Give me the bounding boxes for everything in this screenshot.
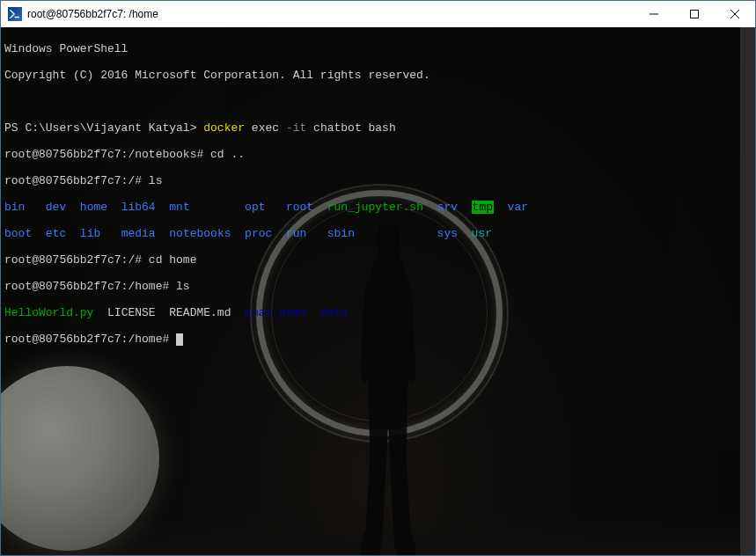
command-line: root@80756bb2f7c7:/home# ls: [4, 280, 752, 293]
dir-entry-sticky: tmp: [472, 201, 494, 214]
dir-entry: mnt: [169, 201, 189, 214]
cmd-ls: ls: [149, 174, 163, 187]
dir-entry: home: [80, 201, 107, 214]
ps-prompt: PS C:\Users\Vijayant Katyal>: [4, 121, 203, 135]
dir-entry: chat_demo: [245, 306, 306, 319]
bash-prompt: root@80756bb2f7c7:/notebooks#: [4, 148, 210, 161]
dir-entry: sbin: [327, 227, 355, 240]
powershell-icon: [8, 7, 22, 21]
window-title: root@80756bb2f7c7: /home: [27, 8, 634, 20]
command-line: PS C:\Users\Vijayant Katyal> docker exec…: [4, 121, 752, 135]
dir-entry: srv: [437, 201, 458, 214]
cmd-exec: exec: [252, 121, 286, 135]
header-line: Windows PowerShell: [4, 42, 752, 55]
svg-rect-1: [691, 11, 699, 18]
dir-entry: dev: [46, 201, 66, 214]
command-line: root@80756bb2f7c7:/# ls: [4, 174, 752, 187]
ls-output-row: bin dev home lib64 mnt opt root run_jupy…: [4, 201, 752, 214]
dir-entry: media: [121, 227, 156, 240]
dir-entry: bin: [4, 201, 25, 214]
scrollbar[interactable]: [740, 27, 755, 555]
dir-entry: var: [508, 201, 528, 214]
maximize-button[interactable]: [674, 1, 715, 27]
minimize-button[interactable]: [634, 1, 674, 27]
dir-entry: opt: [245, 201, 265, 214]
cmd-flag: -it: [286, 121, 313, 135]
dir-entry: lib: [80, 227, 100, 240]
terminal-area[interactable]: Windows PowerShell Copyright (C) 2016 Mi…: [1, 27, 755, 555]
window-controls: [634, 1, 755, 27]
command-line: root@80756bb2f7c7:/# cd home: [4, 253, 752, 267]
dir-entry: sys: [437, 227, 458, 240]
dir-entry: boot: [4, 227, 32, 240]
active-prompt: root@80756bb2f7c7:/home#: [4, 333, 752, 346]
cmd-docker: docker: [203, 121, 252, 135]
dir-entry: lib64: [121, 201, 156, 214]
dir-entry: data: [320, 306, 348, 319]
bash-prompt: root@80756bb2f7c7:/#: [4, 174, 149, 187]
cmd-args: chatbot bash: [313, 121, 396, 135]
bash-prompt: root@80756bb2f7c7:/home#: [4, 280, 176, 293]
copyright-line: Copyright (C) 2016 Microsoft Corporation…: [4, 69, 752, 82]
cmd-cd: cd home: [149, 253, 197, 267]
close-button[interactable]: [715, 1, 755, 27]
command-line: root@80756bb2f7c7:/notebooks# cd ..: [4, 148, 752, 161]
dir-entry: run: [286, 227, 306, 240]
terminal-output: Windows PowerShell Copyright (C) 2016 Mi…: [4, 29, 752, 372]
file-entry: HelloWorld.py: [4, 306, 93, 319]
titlebar[interactable]: root@80756bb2f7c7: /home: [1, 1, 755, 27]
bash-prompt: root@80756bb2f7c7:/#: [4, 253, 149, 267]
dir-entry: notebooks: [169, 227, 231, 240]
cursor: [176, 333, 183, 346]
dir-entry: usr: [472, 227, 492, 240]
file-entry: LICENSE: [107, 306, 156, 319]
file-entry: run_jupyter.sh: [327, 201, 423, 214]
bash-prompt: root@80756bb2f7c7:/home#: [4, 333, 169, 346]
cmd-cd: cd ..: [210, 148, 245, 161]
dir-entry: root: [286, 201, 313, 214]
blank-line: [4, 95, 752, 108]
terminal-window: root@80756bb2f7c7: /home Windows PowerSh…: [0, 0, 756, 556]
ls-output-row: boot etc lib media notebooks proc run sb…: [4, 227, 752, 240]
ls-output-row: HelloWorld.py LICENSE README.md chat_dem…: [4, 306, 752, 319]
cmd-ls: ls: [176, 280, 190, 293]
dir-entry: proc: [245, 227, 272, 240]
file-entry: README.md: [169, 306, 231, 319]
dir-entry: etc: [46, 227, 66, 240]
